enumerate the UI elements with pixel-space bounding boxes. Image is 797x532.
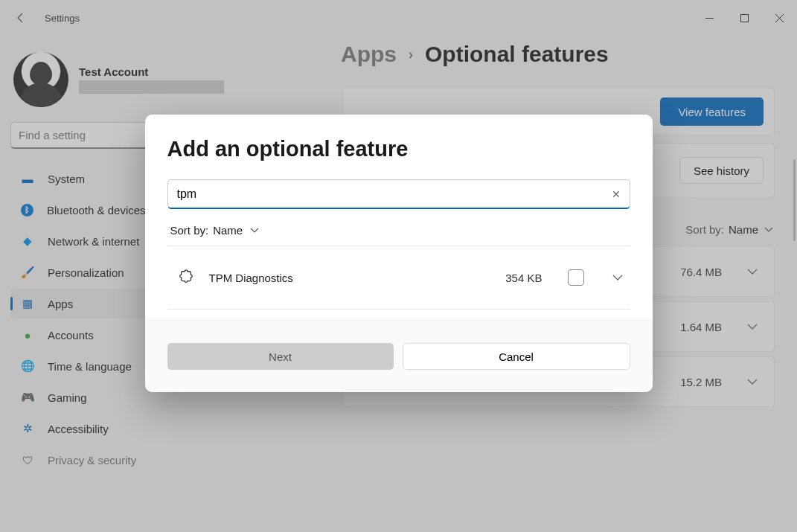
dialog-sort-dropdown[interactable]: Name (213, 224, 259, 237)
dialog-title: Add an optional feature (167, 137, 630, 161)
feature-icon (178, 269, 194, 286)
next-button[interactable]: Next (167, 343, 394, 370)
dialog-feature-size: 354 KB (505, 272, 542, 284)
dialog-sort-label: Sort by: (170, 224, 209, 237)
feature-checkbox[interactable] (568, 269, 584, 286)
dialog-feature-item[interactable]: TPM Diagnostics 354 KB (167, 246, 630, 309)
dialog-search-input[interactable] (177, 188, 612, 201)
dialog-feature-name: TPM Diagnostics (209, 272, 491, 284)
dialog-search[interactable]: ✕ (167, 179, 630, 209)
add-feature-dialog: Add an optional feature ✕ Sort by: Name … (145, 115, 653, 392)
dialog-sort-value: Name (213, 224, 243, 237)
cancel-button[interactable]: Cancel (403, 343, 630, 370)
modal-overlay: Add an optional feature ✕ Sort by: Name … (0, 0, 797, 532)
chevron-down-icon[interactable] (612, 275, 623, 281)
chevron-down-icon (250, 228, 259, 234)
clear-search-icon[interactable]: ✕ (612, 188, 621, 200)
